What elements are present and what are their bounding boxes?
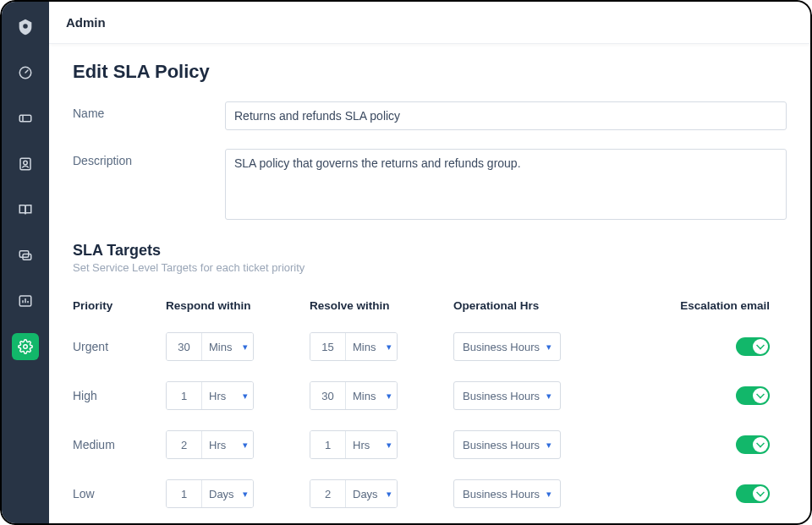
- nav-tickets[interactable]: [12, 105, 39, 132]
- resolve-medium[interactable]: 1 Hrs▾: [310, 430, 398, 459]
- respond-unit[interactable]: Mins▾: [202, 333, 253, 360]
- respond-value[interactable]: 30: [167, 333, 202, 360]
- respond-unit[interactable]: Hrs▾: [202, 431, 253, 458]
- nav-reports[interactable]: [12, 287, 39, 314]
- gauge-icon: [18, 65, 33, 80]
- nav-contacts[interactable]: [12, 150, 39, 178]
- resolve-urgent[interactable]: 15 Mins▾: [310, 332, 398, 361]
- resolve-value[interactable]: 15: [310, 333, 346, 360]
- description-label: Description: [73, 149, 225, 223]
- chat-icon: [18, 248, 33, 263]
- escalation-toggle-low[interactable]: [736, 484, 770, 503]
- resolve-low[interactable]: 2 Days▾: [310, 479, 398, 508]
- svg-point-0: [22, 23, 28, 29]
- chevron-down-icon: ▾: [546, 342, 551, 352]
- chevron-down-icon: ▾: [243, 489, 248, 499]
- resolve-high[interactable]: 30 Mins▾: [310, 381, 398, 410]
- main-area: Admin Edit SLA Policy Name Description S…: [49, 2, 810, 523]
- resolve-unit[interactable]: Mins▾: [346, 333, 397, 360]
- col-respond: Respond within: [166, 299, 310, 312]
- col-operational: Operational Hrs: [453, 299, 631, 312]
- nav-dashboard[interactable]: [12, 59, 39, 86]
- respond-medium[interactable]: 2 Hrs▾: [166, 430, 254, 459]
- resolve-unit[interactable]: Hrs▾: [346, 431, 397, 458]
- nav-chat[interactable]: [12, 242, 39, 269]
- chart-icon: [18, 293, 33, 309]
- nav-solutions[interactable]: [12, 196, 39, 223]
- resolve-value[interactable]: 1: [310, 431, 346, 458]
- chevron-down-icon: ▾: [546, 440, 551, 450]
- name-label: Name: [73, 101, 225, 130]
- ophrs-urgent[interactable]: Business Hours▾: [453, 332, 561, 361]
- chevron-down-icon: ▾: [387, 342, 392, 352]
- escalation-toggle-high[interactable]: [736, 386, 770, 405]
- svg-point-4: [24, 161, 28, 165]
- resolve-value[interactable]: 30: [310, 382, 346, 409]
- gear-icon: [18, 339, 33, 354]
- description-input[interactable]: SLA policy that governs the returns and …: [225, 149, 787, 220]
- sla-targets-title: SLA Targets: [73, 242, 787, 260]
- escalation-toggle-medium[interactable]: [736, 435, 770, 454]
- chevron-down-icon: ▾: [243, 342, 248, 352]
- svg-rect-2: [19, 115, 31, 122]
- respond-unit[interactable]: Days▾: [202, 480, 253, 507]
- svg-point-8: [24, 345, 28, 349]
- priority-urgent: Urgent: [73, 340, 166, 353]
- col-resolve: Resolve within: [310, 299, 453, 312]
- name-input[interactable]: [225, 101, 787, 130]
- sla-targets-subtitle: Set Service Level Targets for each ticke…: [73, 261, 787, 274]
- top-bar: Admin: [49, 2, 810, 44]
- resolve-value[interactable]: 2: [310, 480, 346, 507]
- nav-admin[interactable]: [12, 333, 39, 360]
- chevron-down-icon: ▾: [387, 440, 392, 450]
- col-escalation: Escalation email: [631, 299, 787, 312]
- logo-icon: [16, 18, 35, 36]
- book-icon: [18, 202, 33, 217]
- chevron-down-icon: ▾: [546, 489, 551, 499]
- chevron-down-icon: ▾: [546, 391, 551, 401]
- chevron-down-icon: ▾: [243, 440, 248, 450]
- page-title: Edit SLA Policy: [73, 61, 787, 83]
- escalation-toggle-urgent[interactable]: [736, 337, 770, 356]
- chevron-down-icon: ▾: [387, 489, 392, 499]
- ophrs-medium[interactable]: Business Hours▾: [453, 430, 561, 459]
- priority-low: Low: [73, 487, 166, 500]
- ophrs-low[interactable]: Business Hours▾: [453, 479, 561, 508]
- respond-urgent[interactable]: 30 Mins▾: [166, 332, 254, 361]
- content: Edit SLA Policy Name Description SLA pol…: [49, 44, 810, 508]
- resolve-unit[interactable]: Days▾: [346, 480, 397, 507]
- breadcrumb: Admin: [66, 15, 106, 30]
- sla-grid: Priority Respond within Resolve within O…: [73, 299, 787, 508]
- respond-low[interactable]: 1 Days▾: [166, 479, 254, 508]
- resolve-unit[interactable]: Mins▾: [346, 382, 397, 409]
- sidebar: [2, 2, 49, 523]
- ophrs-high[interactable]: Business Hours▾: [453, 381, 561, 410]
- col-priority: Priority: [73, 299, 166, 312]
- priority-medium: Medium: [73, 438, 166, 451]
- ticket-icon: [18, 111, 33, 126]
- respond-high[interactable]: 1 Hrs▾: [166, 381, 254, 410]
- user-icon: [18, 156, 33, 172]
- nav-logo[interactable]: [12, 14, 39, 41]
- name-row: Name: [73, 101, 787, 130]
- chevron-down-icon: ▾: [387, 391, 392, 401]
- respond-value[interactable]: 2: [167, 431, 202, 458]
- priority-high: High: [73, 389, 166, 402]
- chevron-down-icon: ▾: [243, 391, 248, 401]
- respond-unit[interactable]: Hrs▾: [202, 382, 253, 409]
- description-row: Description SLA policy that governs the …: [73, 149, 787, 223]
- respond-value[interactable]: 1: [167, 382, 202, 409]
- respond-value[interactable]: 1: [167, 480, 202, 507]
